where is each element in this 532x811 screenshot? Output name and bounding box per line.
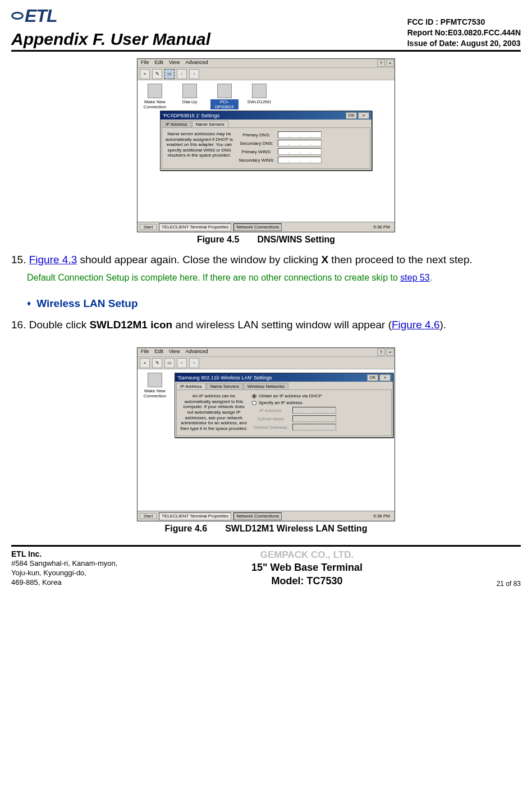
close-icon[interactable]: × xyxy=(379,374,391,381)
menu-file[interactable]: File xyxy=(141,59,149,67)
default-gateway-input: ... xyxy=(292,424,336,430)
figure-4-6: ? × File Edit View Advanced × ✎ ▭ ▫ ▫ Ma… xyxy=(11,347,521,534)
radio-dhcp[interactable]: Obtain an IP address via DHCP xyxy=(252,393,388,398)
text: ). xyxy=(440,319,447,331)
subnet-mask-input: ... xyxy=(292,415,336,422)
label-default-gateway: Default Gateway: xyxy=(252,425,290,430)
step-16: 16. Double click SWLD12M1 icon and wirel… xyxy=(11,318,521,332)
toolbar-icon[interactable]: ▫ xyxy=(177,358,187,368)
page-number: 21 of 83 xyxy=(497,580,521,588)
toolbar-icon[interactable]: × xyxy=(140,69,150,79)
tab-wireless-networks[interactable]: Wireless Networks xyxy=(244,383,288,390)
text: should appear again. Close the window by… xyxy=(77,254,321,265)
clock: 5:36 PM xyxy=(371,224,392,230)
taskbar-item[interactable]: TELECLIENT Terminal Properties xyxy=(159,223,231,231)
screenshot-wireless-lan: ? × File Edit View Advanced × ✎ ▭ ▫ ▫ Ma… xyxy=(137,347,395,521)
figure-number: Figure 4.5 xyxy=(197,235,240,244)
help-text: Name server addresses may be automatical… xyxy=(166,131,233,165)
menu-advanced[interactable]: Advanced xyxy=(185,59,208,67)
close-icon[interactable]: × xyxy=(386,349,394,356)
address-line: #584 Sangwhal-ri, Kanam-myon, xyxy=(11,559,117,569)
tab-name-servers[interactable]: Name Servers xyxy=(192,121,228,127)
menu-edit[interactable]: Edit xyxy=(155,349,164,356)
taskbar-item[interactable]: Network Connections xyxy=(233,512,282,520)
ok-button[interactable]: OK xyxy=(346,112,357,119)
icon-swld12m1[interactable]: SWLD12M1 xyxy=(245,84,273,104)
help-text: An IP address can be automatically assig… xyxy=(180,393,247,432)
address-line: 469-885, Korea xyxy=(11,578,117,588)
text: Double click xyxy=(29,319,90,331)
menu-edit[interactable]: Edit xyxy=(155,59,164,67)
help-icon[interactable]: ? xyxy=(377,59,385,67)
model-name: Model: TC7530 xyxy=(251,575,363,588)
toolbar-icon[interactable]: × xyxy=(140,358,150,368)
radio-icon xyxy=(252,401,256,405)
figure-caption: Figure 4.5DNS/WINS Setting xyxy=(11,235,521,245)
tab-ip-address[interactable]: IP Address xyxy=(176,383,206,390)
icon-make-new-connection[interactable]: Make New Connection xyxy=(141,373,169,398)
menu-view[interactable]: View xyxy=(169,349,180,356)
toolbar-icon[interactable]: ▫ xyxy=(177,69,187,79)
menu-file[interactable]: File xyxy=(141,349,149,356)
label-secondary-dns: Secondary DNS: xyxy=(237,141,276,146)
step-number: 16. xyxy=(11,319,26,331)
help-icon[interactable]: ? xyxy=(377,349,385,356)
toolbar-icon[interactable]: ▭ xyxy=(164,69,175,79)
step-number: 15. xyxy=(11,254,26,265)
icon-make-new-connection[interactable]: Make New Connection xyxy=(141,84,169,109)
address-line: Yoju-kun, Kyounggi-do, xyxy=(11,569,117,578)
dialog-titlebar: 'Samsung 802.11b Wireless LAN' Settings … xyxy=(175,373,393,382)
text: and wireless LAN setting window will app… xyxy=(172,319,392,331)
radio-label: Obtain an IP address via DHCP xyxy=(259,393,322,398)
secondary-dns-input[interactable]: ... xyxy=(278,140,322,146)
fields: Primary DNS:... Secondary DNS:... Primar… xyxy=(237,131,366,165)
toolbar-icon[interactable]: ▫ xyxy=(189,69,199,79)
bold-icon-name: SWLD12M1 icon xyxy=(89,319,172,331)
note-text: . xyxy=(430,273,432,282)
taskbar-item[interactable]: Network Connections xyxy=(233,223,282,231)
figure-title: SWLD12M1 Wireless LAN Setting xyxy=(225,524,367,533)
toolbar-icon[interactable]: ▭ xyxy=(164,358,175,368)
radio-specify[interactable]: Specify an IP address xyxy=(252,400,388,405)
company-name: ETL Inc. xyxy=(11,549,117,559)
desktop: Make New Connection Dial-Up PCI-DP83815 … xyxy=(137,369,395,511)
tab-ip-address[interactable]: IP Address xyxy=(162,121,191,127)
window-controls: ? × xyxy=(377,348,395,356)
footer-product: GEMPACK CO., LTD. 15" Web Base Terminal … xyxy=(251,549,363,588)
primary-dns-input[interactable]: ... xyxy=(278,131,322,138)
completion-note: Default Connection Setup is complete her… xyxy=(27,273,521,283)
icon-pci-dp83815[interactable]: PCI-DP83815 xyxy=(210,84,239,109)
tab-name-servers[interactable]: Name Servers xyxy=(207,383,243,390)
note-text: Default Connection Setup is complete her… xyxy=(27,273,400,282)
menu-advanced[interactable]: Advanced xyxy=(185,349,208,356)
close-icon[interactable]: × xyxy=(386,59,394,67)
etl-logo: ETL xyxy=(11,6,210,26)
section-wireless-lan: ♦Wireless LAN Setup xyxy=(27,297,521,310)
screenshot-dns-wins: ? × File Edit View Advanced × ✎ ▭ ▫ ▫ Ma… xyxy=(137,58,395,232)
link-step-53[interactable]: step 53 xyxy=(400,273,429,282)
icon-dialup[interactable]: Dial-Up xyxy=(176,84,204,104)
start-button[interactable]: Start xyxy=(140,224,157,230)
secondary-wins-input[interactable]: ... xyxy=(278,157,322,163)
appendix-title: Appendix F. User Manual xyxy=(11,30,210,49)
page-header: ETL Appendix F. User Manual FCC ID : PFM… xyxy=(11,6,521,52)
link-figure-4-3[interactable]: Figure 4.3 xyxy=(29,254,77,265)
menu-view[interactable]: View xyxy=(169,59,180,67)
start-button[interactable]: Start xyxy=(140,513,157,519)
radio-label: Specify an IP address xyxy=(259,400,302,405)
logo-text: ETL xyxy=(25,6,57,26)
toolbar-icon[interactable]: ✎ xyxy=(152,69,162,79)
close-icon[interactable]: × xyxy=(358,112,369,119)
dialog-tabs: IP Address Name Servers xyxy=(162,121,370,127)
dialog-title: 'PCI\DP83815 1' Settings xyxy=(163,113,219,118)
header-info: FCC ID : PFMTC7530 Report No:E03.0820.FC… xyxy=(407,17,521,49)
gempack-name: GEMPACK CO., LTD. xyxy=(251,549,363,561)
toolbar-icon[interactable]: ▫ xyxy=(189,358,199,368)
header-left: ETL Appendix F. User Manual xyxy=(11,6,210,49)
ok-button[interactable]: OK xyxy=(367,374,378,381)
primary-wins-input[interactable]: ... xyxy=(278,148,322,155)
link-figure-4-6[interactable]: Figure 4.6 xyxy=(392,319,440,331)
taskbar-item[interactable]: TELECLIENT Terminal Properties xyxy=(159,512,231,520)
dialog-body: An IP address can be automatically assig… xyxy=(176,390,392,436)
toolbar-icon[interactable]: ✎ xyxy=(152,358,162,368)
